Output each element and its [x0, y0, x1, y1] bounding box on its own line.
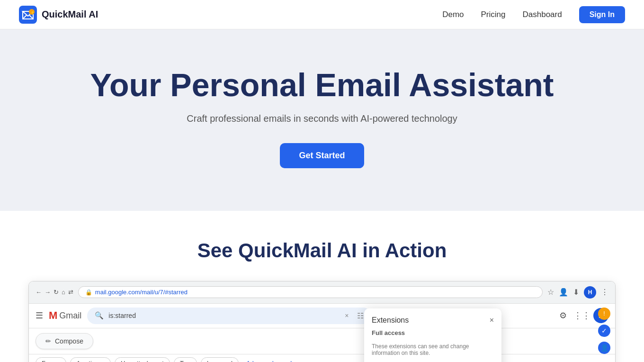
extensions-description: These extensions can see and change info… — [372, 343, 494, 356]
search-clear-button[interactable]: × — [345, 312, 349, 319]
filter-attachment[interactable]: Has attachment — [115, 357, 170, 362]
gmail-filter-bar: From ▾ Any time ▾ Has attachment To ▾ — [29, 354, 615, 362]
browser-action-icons: ☆ 👤 ⬇ H ⋮ — [547, 286, 608, 299]
browser-bar: ← → ↻ ⌂ ⇄ 🔒 mail.google.com/mail/u/7/#st… — [29, 281, 615, 304]
filter-unread[interactable]: Is unread — [201, 357, 239, 362]
browser-avatar-icon[interactable]: H — [584, 286, 596, 299]
extensions-popup: Extensions × Full access These extension… — [364, 308, 501, 362]
advanced-search-button[interactable]: Advanced search — [242, 358, 297, 362]
browser-menu-icon[interactable]: ⋮ — [601, 288, 608, 297]
action-title: See QuickMail AI in Action — [28, 239, 616, 262]
action-section: See QuickMail AI in Action ← → ↻ ⌂ ⇄ 🔒 m… — [0, 211, 644, 362]
nav-dashboard[interactable]: Dashboard — [523, 10, 562, 19]
extensions-header: Extensions × — [372, 316, 494, 325]
search-options-button[interactable]: ☷ — [357, 311, 364, 320]
address-text: mail.google.com/mail/u/7/#starred — [95, 289, 188, 296]
browser-download-icon[interactable]: ⬇ — [573, 288, 579, 297]
compose-button[interactable]: ✏ Compose — [36, 333, 93, 349]
browser-address-bar[interactable]: 🔒 mail.google.com/mail/u/7/#starred — [78, 286, 543, 298]
hero-subtitle: Craft professional emails in seconds wit… — [19, 113, 625, 124]
nav-pricing[interactable]: Pricing — [481, 10, 506, 19]
filter-time[interactable]: Any time ▾ — [70, 357, 111, 362]
gmail-menu-button[interactable]: ☰ — [36, 310, 43, 321]
gmail-interface: ☰ M Gmail 🔍 is:starred × ☷ ⚙ ⋮⋮ H — [29, 304, 615, 362]
address-domain: mail.google.com — [95, 289, 140, 296]
blue-icon-1: ✓ — [598, 325, 610, 337]
search-icon: 🔍 — [95, 311, 104, 320]
nav-demo[interactable]: Demo — [442, 10, 464, 19]
yellow-badge-icon: ! — [598, 308, 610, 320]
get-started-button[interactable]: Get Started — [280, 143, 364, 168]
filter-to[interactable]: To ▾ — [174, 357, 197, 362]
browser-reload-button[interactable]: ↻ — [54, 289, 59, 296]
gmail-logo: M Gmail — [49, 309, 81, 322]
gmail-compose-area: ✏ Compose — [29, 328, 615, 354]
gmail-m-letter: M — [49, 309, 57, 322]
signin-button[interactable]: Sign In — [579, 6, 625, 23]
nav-brand[interactable]: ⚡ QuickMail AI — [19, 6, 98, 24]
browser-nav-buttons: ← → ↻ ⌂ ⇄ — [36, 289, 73, 296]
filter-from[interactable]: From ▾ — [36, 357, 66, 362]
blue-icon-2: 👤 — [598, 342, 610, 354]
gmail-top-bar: ☰ M Gmail 🔍 is:starred × ☷ ⚙ ⋮⋮ H — [29, 304, 615, 328]
nav-links: Demo Pricing Dashboard Sign In — [442, 6, 625, 23]
right-side-panel: ! ✓ 👤 — [598, 308, 610, 354]
browser-profile-icon[interactable]: 👤 — [559, 288, 568, 297]
address-lock-icon: 🔒 — [85, 289, 92, 296]
quickmail-logo: ⚡ — [19, 6, 37, 24]
browser-bookmark-icon[interactable]: ☆ — [547, 288, 554, 297]
browser-back-button[interactable]: ← — [36, 289, 42, 296]
gmail-settings-icon[interactable]: ⚙ — [555, 308, 571, 323]
hero-title: Your Personal Email Assistant — [19, 67, 625, 103]
svg-rect-0 — [19, 6, 37, 24]
browser-home-button[interactable]: ⌂ — [62, 289, 65, 296]
browser-content: ☰ M Gmail 🔍 is:starred × ☷ ⚙ ⋮⋮ H — [29, 304, 615, 362]
svg-text:⚡: ⚡ — [30, 10, 35, 15]
address-path: /mail/u/7/#starred — [140, 289, 188, 296]
browser-tab-icon: ⇄ — [68, 289, 73, 296]
brand-name: QuickMail AI — [42, 9, 98, 20]
hero-section: Your Personal Email Assistant Craft prof… — [0, 29, 644, 211]
compose-label: Compose — [55, 337, 83, 345]
gmail-apps-icon[interactable]: ⋮⋮ — [574, 308, 590, 323]
gmail-label: Gmail — [59, 311, 81, 321]
compose-pen-icon: ✏ — [45, 337, 51, 345]
extensions-close-button[interactable]: × — [490, 316, 494, 325]
navbar: ⚡ QuickMail AI Demo Pricing Dashboard Si… — [0, 0, 644, 29]
browser-forward-button[interactable]: → — [45, 289, 51, 296]
gmail-search-text: is:starred — [108, 312, 136, 319]
gmail-search-bar[interactable]: 🔍 is:starred × ☷ — [87, 308, 371, 324]
extensions-access-label: Full access — [372, 329, 494, 336]
browser-mockup: ← → ↻ ⌂ ⇄ 🔒 mail.google.com/mail/u/7/#st… — [28, 281, 616, 362]
extensions-title: Extensions — [372, 316, 409, 325]
